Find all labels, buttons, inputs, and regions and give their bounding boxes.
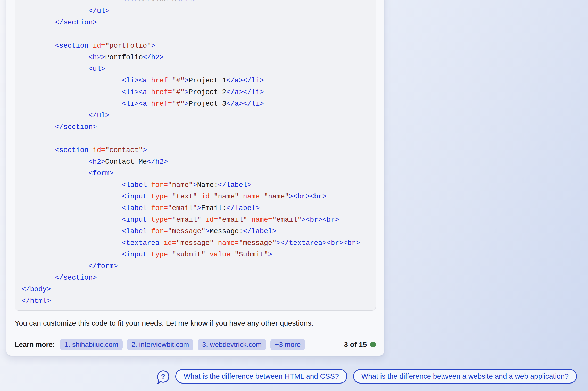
code-token: </ul> — [88, 7, 109, 15]
code-token: "#" — [172, 77, 185, 85]
code-line — [22, 133, 369, 145]
code-token: <input — [122, 251, 151, 259]
code-token: "name" — [264, 193, 289, 201]
code-token: id= — [164, 239, 176, 247]
citation-chip[interactable]: 2. interviewbit.com — [127, 339, 194, 350]
code-token: <li><a — [122, 88, 151, 96]
code-token: <input — [122, 193, 151, 201]
code-line: </section> — [22, 121, 369, 133]
citation-chip[interactable]: 1. shihabiiuc.com — [60, 339, 123, 350]
code-token: ><br><br> — [302, 216, 339, 224]
code-token: "#" — [172, 100, 185, 108]
suggested-question-button[interactable]: What is the difference between a website… — [353, 369, 577, 384]
code-token: href= — [151, 100, 172, 108]
code-token: Name: — [197, 181, 218, 189]
code-token: <li> — [122, 0, 139, 3]
code-token: ></textarea><br><br> — [276, 239, 360, 247]
code-token: > — [193, 181, 197, 189]
code-line: <li><a href="#">Project 3</a></li> — [22, 98, 369, 110]
code-token: for= — [151, 228, 168, 235]
question-speech-bubble-icon: ? — [157, 370, 170, 386]
code-token: ><br><br> — [289, 193, 327, 201]
code-line: <li>Service 3</li> — [22, 0, 369, 5]
code-token: <li><a — [122, 77, 151, 85]
message-text: You can customize this code to fit your … — [15, 319, 376, 327]
code-token: <ul> — [88, 65, 105, 73]
code-token: href= — [151, 88, 172, 96]
code-token: > — [185, 100, 189, 108]
code-token: Project 2 — [189, 88, 226, 96]
code-token: </section> — [55, 19, 97, 27]
code-token: <h2> — [88, 54, 105, 61]
code-line: <form> — [22, 168, 369, 179]
code-token: <label — [122, 181, 151, 189]
chat-page: { "colors": { "tag": "#1b2ed8", "attr": … — [0, 0, 588, 391]
code-token: "#" — [172, 88, 185, 96]
code-token: Portfolio — [105, 54, 143, 61]
code-token: "email" — [218, 216, 252, 224]
message-footer: Learn more: 1. shihabiiuc.com2. intervie… — [6, 334, 384, 355]
code-token: href= — [151, 77, 172, 85]
code-token: "message" — [239, 239, 277, 247]
code-token: "email" — [172, 216, 205, 224]
code-token: </html> — [22, 297, 51, 305]
code-token: <h2> — [88, 158, 105, 166]
code-token: Email: — [201, 204, 226, 212]
citation-chip[interactable]: 3. webdevtrick.com — [198, 339, 266, 350]
code-line: <textarea id="message" name="message"></… — [22, 237, 369, 249]
code-token: > — [268, 251, 272, 259]
code-token: id= — [93, 146, 105, 154]
code-token: id= — [205, 216, 218, 224]
code-token: <section — [55, 146, 93, 154]
code-token: > — [151, 42, 155, 50]
code-token: for= — [151, 204, 168, 212]
code-token: "portfolio" — [105, 42, 151, 50]
code-token: Project 1 — [189, 77, 226, 85]
suggested-question-button[interactable]: What is the difference between HTML and … — [175, 369, 347, 384]
code-token: type= — [151, 216, 172, 224]
code-token: name= — [251, 216, 272, 224]
code-line: </ul> — [22, 5, 369, 17]
code-token: > — [185, 77, 189, 85]
code-token: "email" — [272, 216, 301, 224]
code-token: type= — [151, 193, 172, 201]
citation-chip-list: 1. shihabiiuc.com2. interviewbit.com3. w… — [60, 339, 305, 350]
code-line: <ul> — [22, 63, 369, 75]
code-token: Message: — [210, 228, 243, 235]
code-line: <section id="portfolio"> — [22, 40, 369, 52]
code-token: "email" — [168, 204, 197, 212]
code-token: <form> — [88, 170, 113, 177]
citation-chip[interactable]: +3 more — [270, 339, 305, 350]
code-token: Contact Me — [105, 158, 147, 166]
code-line: </html> — [22, 295, 369, 307]
code-token: </ul> — [88, 112, 109, 119]
code-token: </h2> — [143, 54, 164, 61]
code-token: "message" — [168, 228, 205, 235]
page-indicator: 3 of 15 — [344, 340, 376, 349]
svg-text:?: ? — [161, 373, 165, 380]
code-token: <li><a — [122, 100, 151, 108]
code-token: </section> — [55, 274, 97, 282]
code-token: "name" — [214, 193, 243, 201]
code-token: <textarea — [122, 239, 164, 247]
code-token: <label — [122, 204, 151, 212]
code-token: </label> — [218, 181, 252, 189]
code-block: <li>Service 3</li></ul></section><sectio… — [15, 0, 376, 311]
code-token: </label> — [226, 204, 260, 212]
assistant-message-card: <li>Service 3</li></ul></section><sectio… — [6, 0, 384, 356]
code-token: > — [143, 146, 147, 154]
code-line: <label for="email">Email:</label> — [22, 203, 369, 214]
page-indicator-text: 3 of 15 — [344, 340, 367, 349]
code-token: </label> — [243, 228, 277, 235]
code-line: <label for="message">Message:</label> — [22, 226, 369, 237]
code-line: </section> — [22, 272, 369, 284]
code-line: <input type="email" id="email" name="ema… — [22, 214, 369, 226]
code-token: "Submit" — [235, 251, 268, 259]
code-token: for= — [151, 181, 168, 189]
code-line: <input type="submit" value="Submit"> — [22, 249, 369, 261]
code-line: <li><a href="#">Project 1</a></li> — [22, 75, 369, 87]
code-line: </form> — [22, 261, 369, 272]
code-token: name= — [243, 193, 264, 201]
code-token: <label — [122, 228, 151, 235]
code-line — [22, 29, 369, 40]
